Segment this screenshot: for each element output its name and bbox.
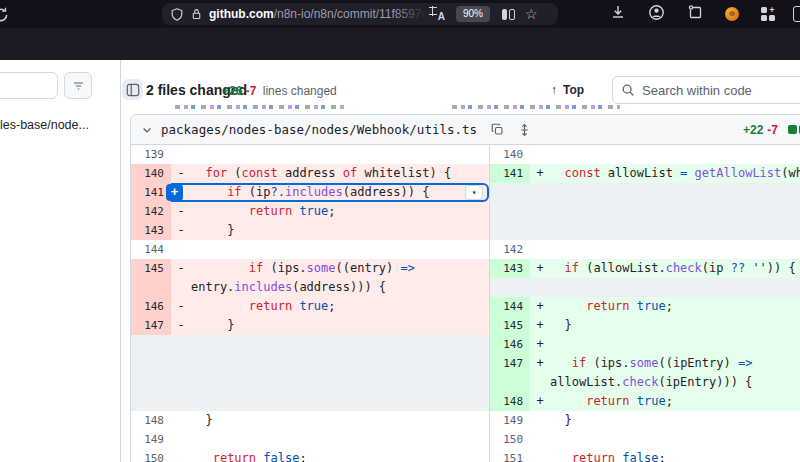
translate-cjk-glyph [429,7,437,15]
apps-grid-icon[interactable]: + [761,7,775,21]
code-line: return true; [550,297,800,316]
drag-handle-icon[interactable] [518,123,531,137]
filter-button[interactable] [64,72,92,99]
diff-marker [171,449,191,462]
diff-marker [530,240,550,259]
diff-marker [530,430,550,449]
line-number[interactable]: 146 [131,297,171,316]
diff-row-left-141: 141 if (ip?.includes(address)) {+▾ [131,183,489,202]
orange-extension-icon[interactable] [725,7,739,21]
diff-marker: - [171,259,191,297]
line-number[interactable]: 149 [131,430,171,449]
line-number[interactable]: 145 [490,316,530,335]
url-text[interactable]: github.com/n8n-io/n8n/commit/11f8597d4ad… [209,7,427,21]
diff-marker: + [530,316,550,335]
file-diff-card: packages/nodes-base/nodes/Webhook/utils.… [130,114,800,462]
line-number[interactable]: 148 [131,411,171,430]
line-number[interactable]: 139 [131,145,171,164]
diff-block [788,125,797,134]
diff-row-left-143: 143- } [131,221,489,240]
diff-row-right-149: 149 } [490,411,800,430]
page: github.com/n8n-io/n8n/commit/11f8597d4ad… [0,0,800,462]
diff-column-additions: 140141+ const allowList = getAllowList(w… [490,145,800,462]
file-additions: +22 [743,123,763,137]
line-number[interactable]: 144 [490,297,530,316]
file-filter-input[interactable] [0,72,58,99]
code-line: const allowList = getAllowList(whitelis [550,164,800,183]
diff-row-right-147: 147+ if (ips.some((ipEntry) => allowList… [490,354,800,392]
line-number[interactable]: 147 [490,354,530,392]
line-number[interactable]: 141 [131,183,171,202]
diff-filler [131,335,489,411]
download-icon[interactable] [610,4,626,24]
url-bar[interactable]: github.com/n8n-io/n8n/commit/11f8597d4ad… [162,3,558,25]
search-input[interactable] [642,83,800,98]
line-number[interactable]: 142 [490,240,530,259]
code-line [550,430,800,449]
split-view-icon[interactable] [502,9,515,20]
line-number[interactable]: 146 [490,335,530,354]
line-number[interactable]: 151 [490,449,530,462]
line-number[interactable]: 145 [131,259,171,297]
code-line: } [550,411,800,430]
line-number[interactable]: 143 [490,259,530,278]
clipped-code-line [452,105,620,109]
diff-marker [530,449,550,462]
reload-icon[interactable] [0,6,10,28]
split-diff: 139140- for (const address of whitelist)… [131,145,800,462]
code-line [550,145,800,164]
diff-marker [171,411,191,430]
diff-marker: + [530,297,550,316]
line-number[interactable]: 147 [131,316,171,335]
chevron-down-icon[interactable] [141,124,153,136]
arrow-up-icon: ↑ [551,83,557,97]
diff-marker [171,430,191,449]
diff-row-right-143: 143+ if (allowList.check(ip ?? '')) { [490,259,800,278]
diff-row-left-147: 147- } [131,316,489,335]
file-path[interactable]: packages/nodes-base/nodes/Webhook/utils.… [161,122,477,137]
file-tree-toggle-button[interactable] [122,79,143,100]
diff-marker: - [171,164,191,183]
url-fade [393,7,427,21]
diff-marker: - [171,297,191,316]
lines-changed-summary: +26 -7 lines changed [222,84,337,98]
line-number[interactable]: 140 [490,145,530,164]
line-number[interactable]: 149 [490,411,530,430]
zoom-indicator[interactable]: 90% [456,6,490,22]
line-number[interactable]: 150 [490,430,530,449]
line-number[interactable]: 142 [131,202,171,221]
line-number[interactable]: 143 [131,221,171,240]
extension-icon[interactable] [687,4,703,24]
shield-icon[interactable] [170,7,184,22]
clipped-toolbar-icon[interactable] [793,6,800,22]
line-number[interactable]: 140 [131,164,171,183]
back-to-top-link[interactable]: ↑Top [551,83,584,97]
diff-marker [530,411,550,430]
diff-marker: + [530,392,550,411]
diff-filler [490,278,800,297]
search-within-code[interactable] [612,76,800,104]
diff-column-deletions: 139140- for (const address of whitelist)… [131,145,490,462]
copy-path-icon[interactable] [491,123,504,136]
diff-marker [530,145,550,164]
code-line: return false; [550,449,800,462]
diff-row-left-140: 140- for (const address of whitelist) { [131,164,489,183]
translate-icon[interactable]: A [429,7,445,22]
diff-marker: + [530,335,550,354]
lock-icon[interactable] [190,7,203,21]
line-number[interactable]: 141 [490,164,530,183]
translate-latin-glyph: A [438,12,445,22]
diff-row-right-150: 150 [490,430,800,449]
file-tree-item[interactable]: les-base/node... [0,118,89,132]
account-icon[interactable] [648,4,665,25]
line-number[interactable]: 150 [131,449,171,462]
bookmark-star-icon[interactable]: ☆ [525,7,538,21]
line-number[interactable]: 148 [490,392,530,411]
code-line: } [191,411,489,430]
code-line: return false; [191,449,489,462]
diff-row-left-149: 149 [131,430,489,449]
line-menu-button[interactable]: ▾ [465,185,483,200]
add-comment-button[interactable]: + [166,184,183,201]
file-diff-stats: +22 -7 [743,123,800,137]
line-number[interactable]: 144 [131,240,171,259]
